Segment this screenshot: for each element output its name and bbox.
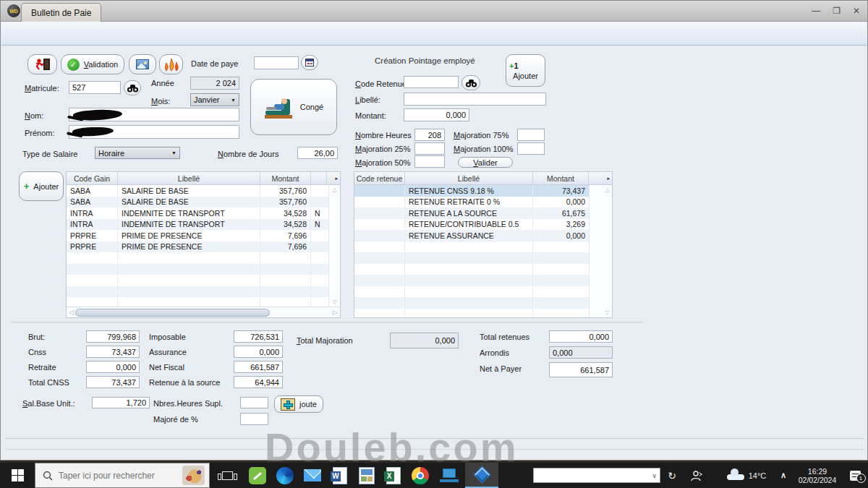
pointage-montant-input[interactable] [404, 108, 469, 121]
nombre-heures-input[interactable] [414, 129, 445, 141]
table-row[interactable]: RETENUE A LA SOURCE 61,675 [354, 207, 589, 219]
scroll-down-icon[interactable]: ▽ [332, 299, 336, 305]
taskbar-app-word[interactable]: W [327, 463, 353, 488]
column-header[interactable]: Libellé [405, 172, 533, 184]
empty-row [354, 252, 589, 264]
table-row-selected[interactable]: RETENUE CNSS 9.18 % 73,437 [354, 185, 589, 197]
conge-button[interactable]: Congé [250, 79, 337, 135]
taskbar-app-pc[interactable] [435, 463, 463, 488]
table-row[interactable]: INTRA INDEMNITE DE TRANSPORT 34,528 N [67, 207, 328, 219]
validation-button[interactable]: ✓ Validation [61, 54, 124, 74]
table-row[interactable]: RETENUE RETRAITE 0 % 0,000 [354, 197, 589, 208]
majore-input[interactable] [240, 413, 268, 425]
net-a-payer-field[interactable]: 661,587 [549, 362, 613, 377]
taskbar-search[interactable] [35, 463, 210, 488]
exit-button[interactable] [27, 54, 57, 74]
scrollbar-thumb[interactable] [75, 309, 270, 317]
imposable-field[interactable]: 726,531 [234, 330, 283, 343]
heures-supl-input[interactable] [240, 397, 268, 408]
tray-expand-button[interactable]: ∧ [774, 463, 793, 488]
brut-field[interactable]: 799,968 [86, 330, 140, 343]
chevron-down-icon: ▼ [171, 150, 176, 155]
start-button[interactable] [0, 463, 35, 488]
table-row[interactable]: PRPRE PRIME DE PRESENCE 7,696 [67, 230, 328, 241]
vertical-scrollbar[interactable]: △ ▽ [328, 185, 340, 307]
table-row[interactable]: SABA SALAIRE DE BASE 357,760 [67, 197, 328, 208]
table-row[interactable]: RETENUE/CONTRIBUABLE 0.5 3,269 [354, 219, 589, 231]
assurance-field[interactable]: 0,000 [234, 346, 283, 358]
refresh-button[interactable]: ↻ [663, 463, 681, 488]
notification-center-button[interactable]: 1 [842, 463, 868, 488]
preview-button[interactable] [129, 54, 156, 74]
scroll-left-icon[interactable]: ◁ [69, 309, 74, 316]
pointage-ajouter-button[interactable]: +1 Ajouter [506, 54, 545, 87]
column-header[interactable] [311, 172, 327, 184]
pointage-libelle-input[interactable] [404, 93, 546, 106]
taskbar-app-remote[interactable] [244, 463, 271, 488]
sal-base-input[interactable] [92, 397, 150, 408]
retraite-field[interactable]: 0,000 [86, 361, 140, 373]
window-tab[interactable]: Bulletin de Paie [21, 3, 101, 22]
majoration-100-input[interactable] [517, 142, 545, 155]
minimize-icon[interactable]: — [812, 5, 820, 17]
search-input[interactable] [59, 471, 182, 481]
taskbar-app-mail[interactable] [299, 463, 326, 488]
flames-button[interactable] [159, 54, 183, 74]
plus-icon: + [24, 181, 30, 192]
retenue-source-field[interactable]: 64,944 [234, 376, 283, 388]
horizontal-scrollbar[interactable]: ◁ ▷ [67, 307, 340, 317]
column-header[interactable]: Montant [260, 172, 311, 184]
total-retenues-field[interactable]: 0,000 [549, 330, 613, 343]
column-header[interactable]: Code Gain [67, 172, 118, 184]
type-salaire-dropdown[interactable]: Horaire ▼ [95, 147, 180, 159]
pointage-title: Création Pointage employé [375, 56, 475, 65]
search-daily-image[interactable] [182, 466, 205, 485]
date-de-paye-input[interactable] [254, 56, 299, 69]
valider-button[interactable]: Valider [458, 157, 513, 168]
taskbar-app-office[interactable] [354, 463, 380, 488]
majoration-25-input[interactable] [414, 142, 445, 155]
gains-ajouter-label: Ajouter [33, 182, 59, 191]
code-retenue-input[interactable] [404, 76, 459, 88]
adresse-input[interactable] [537, 471, 652, 480]
column-header[interactable]: Code retenue [354, 172, 405, 184]
taskbar-app-chrome[interactable] [407, 463, 433, 488]
column-header[interactable]: Libellé [118, 172, 260, 184]
scroll-up-icon[interactable]: △ [605, 187, 610, 193]
cube-app-icon [473, 466, 490, 483]
matricule-search-button[interactable] [124, 80, 141, 95]
table-row[interactable]: INTRA INDEMNITE DE TRANSPORT 34,528 N [67, 219, 328, 231]
joute-button[interactable]: joute [274, 395, 323, 413]
calendar-button[interactable] [301, 55, 318, 70]
task-view-button[interactable] [213, 463, 242, 488]
taskbar-app-edge[interactable] [272, 463, 298, 488]
scroll-up-icon[interactable]: △ [332, 187, 336, 193]
adresse-combobox[interactable]: ∨ [533, 468, 660, 483]
people-button[interactable] [684, 463, 709, 488]
taskbar-app-paie-active[interactable] [465, 463, 498, 488]
nombre-jours-input[interactable] [297, 147, 338, 159]
code-retenue-search-button[interactable] [461, 75, 480, 90]
mois-dropdown[interactable]: Janvier ▼ [190, 93, 239, 106]
column-header[interactable]: Montant [533, 172, 589, 184]
table-row[interactable]: PRPRE PRIME DE PRESENCE 7,696 [67, 241, 328, 253]
close-icon[interactable]: ✕ [853, 5, 860, 17]
scroll-right-icon[interactable]: ▷ [333, 309, 338, 316]
vertical-scrollbar[interactable]: △ ▽ [589, 185, 612, 317]
total-cnss-field[interactable]: 73,437 [86, 376, 140, 388]
majoration-50-input[interactable] [414, 155, 445, 168]
restore-icon[interactable]: ❐ [833, 5, 841, 17]
table-marker-icon: ▸ [327, 172, 340, 184]
net-fiscal-field[interactable]: 661,587 [234, 361, 283, 373]
retenue-source-label: Retenue à la source [149, 378, 220, 387]
matricule-input[interactable] [69, 81, 121, 94]
taskbar-clock[interactable]: 16:29 02/02/2024 [794, 463, 841, 488]
gains-ajouter-button[interactable]: + Ajouter [19, 171, 64, 201]
majoration-75-input[interactable] [517, 129, 545, 141]
cnss-field[interactable]: 73,437 [86, 346, 140, 358]
table-row[interactable]: RETENUE ASSURANCE 0,000 [354, 230, 589, 241]
taskbar-app-excel[interactable]: X [380, 463, 407, 488]
scroll-down-icon[interactable]: ▽ [605, 309, 610, 316]
weather-button[interactable]: 14°C [720, 463, 773, 488]
table-row[interactable]: SABA SALAIRE DE BASE 357,760 [67, 185, 328, 197]
